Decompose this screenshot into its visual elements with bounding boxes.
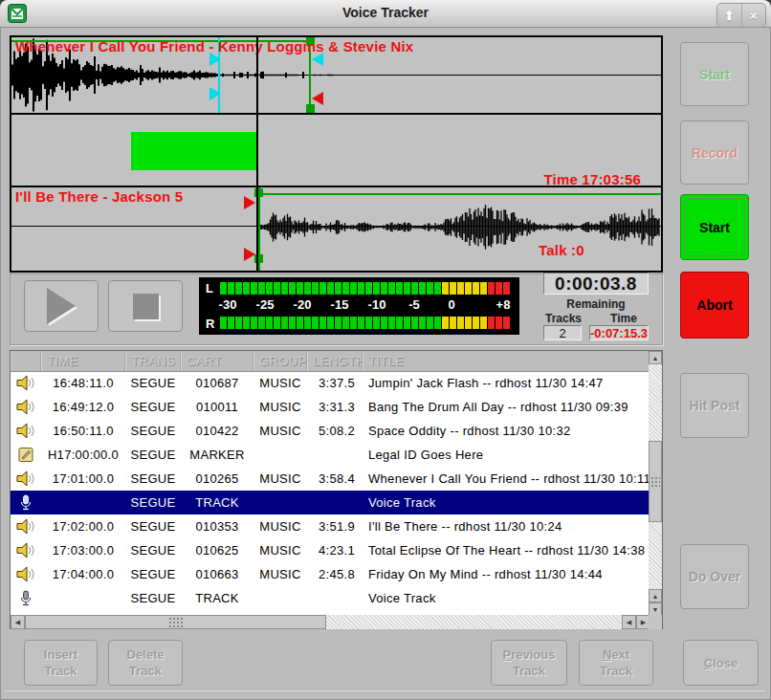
meter-segment bbox=[434, 317, 441, 329]
column-header-time[interactable]: TIME bbox=[41, 351, 125, 371]
cell-length bbox=[307, 586, 363, 610]
meter-scale-label: 0 bbox=[448, 297, 454, 312]
mic-icon bbox=[11, 491, 41, 514]
log-row[interactable]: 17:01:00.0SEGUE010265MUSIC3:58.4Whenever… bbox=[11, 467, 650, 491]
meter-segment bbox=[258, 282, 265, 295]
scroll-up-button-2[interactable]: ▲ bbox=[649, 589, 662, 602]
end-marker-handle[interactable] bbox=[312, 92, 323, 105]
scroll-down-button[interactable]: ▼ bbox=[649, 602, 662, 616]
cell-title: Space Oddity -- rdhost 11/30 10:32 bbox=[363, 419, 650, 443]
close-window-button[interactable]: × bbox=[741, 4, 766, 27]
meter-scale-label: +8 bbox=[496, 297, 511, 312]
start-main-button[interactable]: Start bbox=[680, 194, 749, 260]
scroll-left-button-2[interactable]: ◀ bbox=[622, 615, 636, 629]
track2-end-marker[interactable] bbox=[244, 248, 255, 261]
column-header-icon[interactable] bbox=[11, 351, 41, 371]
meter-segment bbox=[274, 282, 280, 295]
speaker-icon bbox=[11, 467, 41, 491]
scroll-up-button[interactable]: ▲ bbox=[649, 351, 662, 364]
meter-segment bbox=[404, 317, 410, 329]
cell-trans: SEGUE bbox=[125, 538, 181, 562]
meter-segment bbox=[465, 282, 472, 295]
meter-right-label: R bbox=[206, 317, 214, 331]
record-button[interactable]: Record bbox=[680, 120, 749, 185]
vscrollbar-thumb[interactable] bbox=[649, 441, 662, 522]
titlebar[interactable]: Voice Tracker ⬆ × bbox=[0, 0, 771, 28]
cell-time: 16:49:12.0 bbox=[41, 395, 125, 419]
marker-icon bbox=[11, 443, 41, 467]
meter-segment bbox=[350, 282, 357, 295]
close-button[interactable]: Close bbox=[683, 640, 759, 686]
column-header-group[interactable]: GROUP bbox=[253, 351, 307, 371]
meter-segment bbox=[350, 317, 357, 329]
log-row[interactable]: SEGUETRACKVoice Track bbox=[11, 491, 650, 514]
insert-track-button[interactable]: InsertTrack bbox=[24, 640, 98, 686]
segue-marker-handle[interactable] bbox=[209, 87, 221, 100]
log-row[interactable]: 16:50:11.0SEGUE010422MUSIC5:08.2Space Od… bbox=[11, 419, 650, 443]
next-track-button[interactable]: NextTrack bbox=[579, 640, 653, 686]
delete-track-button[interactable]: DeleteTrack bbox=[108, 640, 183, 686]
track2-start-marker[interactable] bbox=[244, 196, 255, 209]
meter-segment bbox=[419, 317, 426, 329]
shade-button[interactable]: ⬆ bbox=[717, 4, 741, 27]
play-icon bbox=[47, 288, 76, 324]
speaker-icon bbox=[11, 371, 41, 395]
cell-title: Whenever I Call You Friend -- rdhost 11/… bbox=[363, 467, 650, 491]
log-row[interactable]: 17:02:00.0SEGUE010353MUSIC3:51.9I'll Be … bbox=[11, 514, 650, 538]
hit-post-button[interactable]: Hit Post bbox=[680, 373, 749, 438]
stop-icon bbox=[133, 294, 159, 319]
meter-scale-label: -20 bbox=[294, 297, 312, 312]
stop-button[interactable] bbox=[108, 280, 183, 332]
hscrollbar-thumb[interactable] bbox=[25, 615, 326, 629]
meter-left-bar bbox=[220, 282, 511, 295]
meter-segment bbox=[319, 317, 326, 329]
cell-cart: 010353 bbox=[181, 514, 253, 538]
cell-group: MUSIC bbox=[253, 562, 307, 586]
start-top-button[interactable]: Start bbox=[680, 42, 749, 106]
track2-waveform bbox=[258, 187, 661, 271]
speaker-icon bbox=[11, 514, 41, 538]
column-header-title[interactable]: TITLE bbox=[363, 351, 650, 371]
log-table: TIMETRANSCARTGROUPLENGTHTITLE 16:48:11.0… bbox=[10, 350, 663, 629]
meter-segment bbox=[266, 317, 273, 329]
abort-button[interactable]: Abort bbox=[680, 272, 749, 339]
start-marker-handle[interactable] bbox=[312, 53, 323, 66]
log-row[interactable]: H17:00:00.0SEGUEMARKERLegal ID Goes Here bbox=[11, 443, 650, 467]
play-button[interactable] bbox=[24, 280, 99, 332]
track2-title: I'll Be There - Jackson 5 bbox=[15, 188, 183, 205]
window-bevel bbox=[6, 690, 765, 691]
do-over-button[interactable]: Do Over bbox=[680, 544, 749, 609]
remaining-time-label: Time bbox=[597, 312, 650, 325]
cell-group bbox=[253, 443, 307, 467]
waveform-editor[interactable]: Whenever I Call You Friend - Kenny Loggi… bbox=[10, 35, 663, 273]
meter-segment bbox=[258, 317, 265, 329]
close-label: Close bbox=[704, 655, 738, 671]
previous-track-button[interactable]: PreviousTrack bbox=[491, 640, 567, 686]
log-row[interactable]: 17:04:00.0SEGUE010663MUSIC2:45.8Friday O… bbox=[11, 562, 650, 586]
playhead-line bbox=[256, 37, 258, 271]
column-header-trans[interactable]: TRANS bbox=[125, 351, 181, 371]
meter-scale-label: -25 bbox=[256, 297, 275, 312]
fade-handle-bottom[interactable] bbox=[306, 104, 315, 113]
meter-segment bbox=[465, 317, 472, 329]
track1-centerline bbox=[11, 75, 661, 76]
meter-segment bbox=[281, 317, 288, 329]
cell-cart: 010687 bbox=[181, 371, 253, 395]
meter-segment bbox=[457, 317, 464, 329]
remaining-tracks-label: Tracks bbox=[536, 312, 591, 325]
column-header-length[interactable]: LENGTH bbox=[307, 351, 363, 371]
log-row[interactable]: 16:48:11.0SEGUE010687MUSIC3:37.5Jumpin' … bbox=[11, 371, 650, 395]
scroll-left-button[interactable]: ◀ bbox=[11, 615, 25, 629]
meter-segment bbox=[289, 282, 296, 295]
log-row[interactable]: SEGUETRACKVoice Track bbox=[11, 586, 650, 610]
segue-marker-handle[interactable] bbox=[209, 53, 221, 66]
cell-group: MUSIC bbox=[253, 467, 307, 491]
column-header-cart[interactable]: CART bbox=[181, 351, 253, 371]
log-row[interactable]: 16:49:12.0SEGUE010011MUSIC3:31.3Bang The… bbox=[11, 395, 650, 419]
meter-segment bbox=[235, 317, 242, 329]
meter-segment bbox=[312, 317, 319, 329]
voice-track-region[interactable] bbox=[131, 132, 256, 170]
log-row[interactable]: 17:03:00.0SEGUE010625MUSIC4:23.1Total Ec… bbox=[11, 538, 650, 562]
meter-segment bbox=[289, 317, 296, 329]
meter-segment bbox=[473, 282, 479, 295]
